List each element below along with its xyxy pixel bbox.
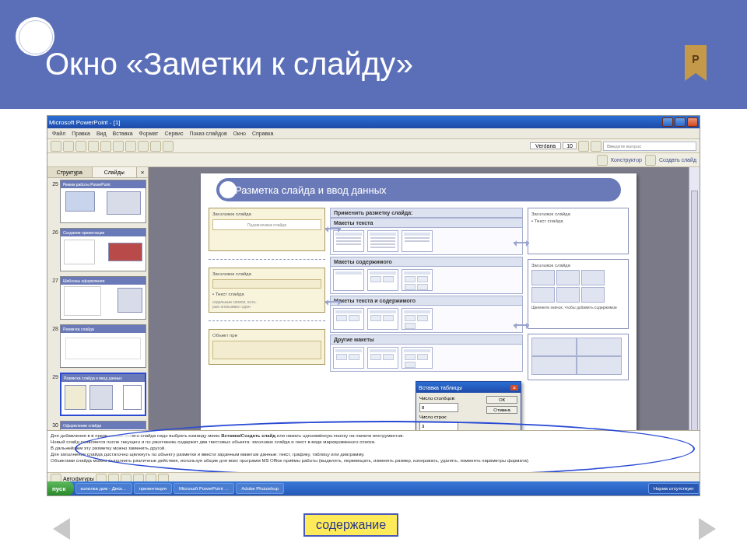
layout-sample-bullets: Заголовок слайда • Текст слайда отдельны… xyxy=(209,268,325,313)
formatting-toolbar: Конструктор Создать слайд xyxy=(47,153,700,167)
save-icon[interactable] xyxy=(75,141,86,152)
bookmark-icon[interactable]: P xyxy=(685,45,707,73)
paste-icon[interactable] xyxy=(125,141,136,152)
arrow-icon xyxy=(514,324,529,326)
autoshapes-menu[interactable]: Автофигуры xyxy=(63,476,94,481)
redo-icon[interactable] xyxy=(150,141,161,152)
prev-slide-button[interactable] xyxy=(53,518,70,540)
layout-preview: Заголовок слайда • Текст слайда xyxy=(528,208,629,254)
taskbar-item[interactable]: Microsoft PowerPoint … xyxy=(174,483,234,494)
layout-sample-object: Объект пре xyxy=(209,329,325,365)
cancel-button[interactable]: Отмена xyxy=(486,406,517,414)
design-link[interactable]: Конструктор xyxy=(611,157,642,163)
bold-icon[interactable] xyxy=(578,141,589,152)
columns-input[interactable] xyxy=(419,403,458,412)
layout-preview: Заголовок слайда Щелкните значок, чтобы … xyxy=(528,259,629,329)
layout-option[interactable] xyxy=(333,269,364,291)
cut-icon[interactable] xyxy=(100,141,111,152)
new-slide-link[interactable]: Создать слайд xyxy=(659,157,696,163)
zoom-icon[interactable] xyxy=(163,141,174,152)
menu-tools[interactable]: Сервис xyxy=(164,131,183,136)
slide-thumb[interactable]: Разметка слайда и ввод данных xyxy=(60,373,146,416)
window-title: Microsoft PowerPoint - [1] xyxy=(49,119,121,126)
current-slide: Разметка слайда и ввод данных Заголовок … xyxy=(201,173,637,453)
italic-icon[interactable] xyxy=(591,141,601,152)
vertical-scrollbar[interactable] xyxy=(689,167,700,460)
font-size[interactable]: 10 xyxy=(563,142,577,149)
close-button[interactable] xyxy=(687,117,698,127)
inner-slide-title: Разметка слайда и ввод данных xyxy=(216,178,621,201)
slide-thumb[interactable]: Разметка слайда xyxy=(60,324,146,368)
menu-file[interactable]: Файл xyxy=(52,131,65,136)
arrow-icon xyxy=(325,228,341,229)
menu-view[interactable]: Вид xyxy=(96,131,107,136)
insert-table-dialog: Вставка таблицы× Число столбцов: Число с… xyxy=(416,381,521,435)
slide-thumb[interactable]: Режим работы PowerPoint xyxy=(60,180,146,223)
start-button[interactable]: пуск xyxy=(47,481,74,495)
ok-button[interactable]: ОК xyxy=(486,396,517,404)
next-slide-button[interactable] xyxy=(699,518,716,540)
standard-toolbar: Verdana 10 Введите вопрос xyxy=(47,139,700,153)
layout-header: Применить разметку слайда: xyxy=(330,208,523,218)
slides-panel: Структура Слайды × 25Режим работы PowerP… xyxy=(47,167,149,460)
panel-close-icon[interactable]: × xyxy=(137,167,148,177)
thumb-num: 27 xyxy=(49,276,58,320)
layout-option[interactable] xyxy=(333,308,364,330)
help-question-input[interactable]: Введите вопрос xyxy=(603,142,696,151)
layout-option[interactable] xyxy=(367,230,398,252)
page-title: Окно «Заметки к слайду» xyxy=(45,47,413,82)
font-name[interactable]: Verdana xyxy=(530,142,561,149)
embedded-screenshot: Microsoft PowerPoint - [1] Файл Правка В… xyxy=(47,115,700,496)
new-icon[interactable] xyxy=(51,141,61,152)
layout-section: Макеты содержимого xyxy=(330,257,523,267)
layout-section: Макеты текста xyxy=(330,218,523,228)
notes-pane[interactable]: Для добавления в в презентацию новего сл… xyxy=(47,430,700,472)
layout-option[interactable] xyxy=(333,347,364,369)
arrow-icon xyxy=(514,242,529,243)
tab-outline[interactable]: Структура xyxy=(47,167,93,177)
menu-slideshow[interactable]: Показ слайдов xyxy=(189,131,226,136)
minimize-button[interactable] xyxy=(662,117,673,127)
thumb-num: 28 xyxy=(49,324,58,368)
thumb-num: 29 xyxy=(49,373,58,416)
slide-canvas[interactable]: Разметка слайда и ввод данных Заголовок … xyxy=(149,167,689,460)
layout-option[interactable] xyxy=(402,269,433,291)
taskbar-item[interactable]: презентация xyxy=(134,483,172,494)
taskbar-item[interactable]: копилка дом - Диск… xyxy=(75,483,132,494)
layout-preview-table xyxy=(528,334,629,380)
window-titlebar: Microsoft PowerPoint - [1] xyxy=(47,116,700,128)
menu-window[interactable]: Окно xyxy=(233,131,246,136)
undo-icon[interactable] xyxy=(138,141,149,152)
layout-option[interactable] xyxy=(367,269,398,291)
maximize-button[interactable] xyxy=(675,117,686,127)
tray-text: Норма отсутствует xyxy=(648,483,700,494)
slide-thumb[interactable]: Шаблоны оформления xyxy=(60,276,146,320)
copy-icon[interactable] xyxy=(113,141,124,152)
menu-format[interactable]: Формат xyxy=(139,131,159,136)
design-icon[interactable] xyxy=(597,155,608,166)
layout-option[interactable] xyxy=(402,347,433,369)
open-icon[interactable] xyxy=(63,141,74,152)
layout-option[interactable] xyxy=(367,347,398,369)
thumb-num: 26 xyxy=(49,228,58,271)
new-slide-icon[interactable] xyxy=(645,155,656,166)
layout-section: Макеты текста и содержимого xyxy=(330,296,523,306)
layout-option[interactable] xyxy=(333,230,364,252)
menu-help[interactable]: Справка xyxy=(252,131,273,136)
contents-button[interactable]: содержание xyxy=(303,513,398,537)
menu-edit[interactable]: Правка xyxy=(72,131,90,136)
layout-option[interactable] xyxy=(367,308,398,330)
arrow-icon xyxy=(325,301,341,303)
thumb-num: 25 xyxy=(49,180,58,223)
tab-slides[interactable]: Слайды xyxy=(93,167,138,177)
layout-option[interactable] xyxy=(402,308,433,330)
taskbar-item[interactable]: Adobe Photoshop xyxy=(236,483,284,494)
layout-section: Другие макеты xyxy=(330,334,523,345)
menu-insert[interactable]: Вставка xyxy=(113,131,133,136)
layout-option[interactable] xyxy=(402,230,433,252)
dialog-close-icon[interactable]: × xyxy=(510,385,518,390)
layout-sample-title: Заголовок слайда Подзаголовок слайда xyxy=(209,208,325,251)
print-icon[interactable] xyxy=(88,141,99,152)
slide-thumb[interactable]: Создание презентации xyxy=(60,228,146,271)
windows-taskbar: пуск копилка дом - Диск… презентация Mic… xyxy=(47,481,700,495)
